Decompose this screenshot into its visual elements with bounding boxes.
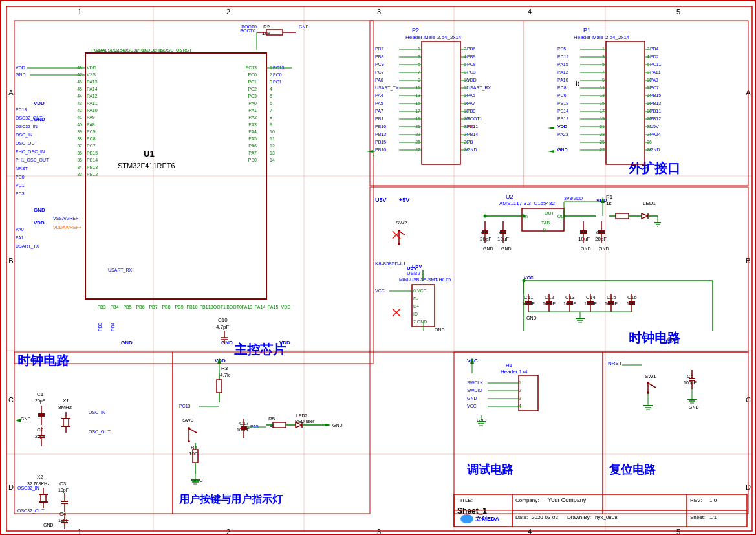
svg-text:100: 100 [189,451,198,457]
svg-text:10: 10 [270,129,275,134]
svg-point-521 [188,440,190,442]
svg-text:GND: GND [34,207,45,213]
svg-text:6 VCC: 6 VCC [413,289,427,293]
svg-text:GND: GND [557,147,568,152]
svg-text:OSC32_OUT: OSC32_OUT [16,116,43,121]
svg-text:BOOT1: BOOT1 [467,116,482,121]
svg-text:GND: GND [501,246,512,251]
svg-text:用户按键与用户指示灯: 用户按键与用户指示灯 [178,493,283,505]
svg-text:P2: P2 [412,27,419,34]
svg-text:PC11: PC11 [650,62,662,67]
svg-text:PB12: PB12 [87,172,98,177]
svg-text:2: 2 [519,388,521,393]
svg-text:40: 40 [77,122,82,127]
svg-rect-253 [606,41,645,164]
svg-text:BOOT0: BOOT0 [240,28,255,33]
svg-text:PB13: PB13 [375,132,386,136]
svg-text:GND: GND [599,246,609,251]
svg-text:H1: H1 [506,362,513,368]
svg-text:PC8: PC8 [87,136,96,141]
svg-text:PC9: PC9 [87,129,96,134]
svg-line-522 [189,428,197,433]
svg-text:OSC32_IN: OSC32_IN [16,124,38,129]
svg-text:33: 33 [77,172,82,177]
svg-rect-506 [173,352,370,514]
svg-text:It: It [576,80,579,87]
svg-text:GND: GND [689,405,699,409]
svg-text:PB6: PB6 [467,47,475,51]
svg-text:PB12: PB12 [557,116,568,121]
svg-text:VDD: VDD [34,100,45,106]
svg-text:PA9: PA9 [87,115,95,120]
svg-text:PC0: PC0 [16,175,25,179]
svg-text:GND: GND [526,316,537,320]
svg-text:调试电路: 调试电路 [467,463,514,476]
svg-text:PB15: PB15 [375,140,386,144]
svg-text:GND: GND [581,246,591,251]
svg-text:38: 38 [77,136,82,141]
svg-text:100nF: 100nF [684,380,697,385]
svg-text:MINI-USB-5P-SMT-H6.65: MINI-USB-5P-SMT-H6.65 [399,278,451,282]
svg-text:PA14: PA14 [255,305,266,309]
svg-point-628 [523,215,526,218]
svg-text:PA0: PA0 [16,227,24,232]
svg-text:7: 7 [270,108,272,113]
svg-text:PC0: PC0 [273,72,282,77]
svg-text:OSC_OUT: OSC_OUT [89,430,111,435]
svg-text:PB0: PB0 [467,109,475,113]
svg-text:PB15: PB15 [87,151,98,155]
svg-text:Sheet_1: Sheet_1 [457,507,487,516]
svg-text:3: 3 [519,396,521,400]
svg-text:PB10: PB10 [375,124,386,129]
svg-text:PC2: PC2 [248,87,257,91]
svg-rect-560 [519,375,538,411]
svg-text:3: 3 [270,80,272,84]
svg-text:VDD: VDD [87,65,96,70]
svg-text:OSC_IN: OSC_IN [16,133,32,138]
svg-point-373 [398,243,400,245]
svg-text:GND: GND [467,396,477,400]
svg-text:PB5: PB5 [123,305,131,309]
svg-text:VDD: VDD [279,340,290,345]
svg-text:PC7: PC7 [650,85,659,90]
svg-point-629 [484,215,487,218]
svg-rect-553 [454,352,603,514]
svg-text:C: C [8,396,14,404]
svg-text:PC1: PC1 [248,80,257,84]
svg-text:OSC_OUT: OSC_OUT [16,141,38,146]
svg-text:PB7: PB7 [149,305,157,309]
svg-text:PA8: PA8 [87,122,95,127]
svg-text:44: 44 [77,94,82,98]
svg-text:VCC: VCC [467,404,477,408]
svg-text:PA4: PA4 [248,129,257,134]
svg-text:BOOT0: BOOT0 [226,305,242,309]
svg-text:USART_RX: USART_RX [467,85,491,91]
svg-text:B: B [8,257,13,265]
svg-text:PA7: PA7 [248,151,257,155]
svg-text:C1: C1 [37,391,44,397]
svg-text:PC7: PC7 [375,70,384,74]
svg-text:PC0: PC0 [248,72,257,77]
svg-text:8: 8 [270,115,272,120]
svg-text:A: A [8,89,14,96]
svg-text:PC13: PC13 [16,107,27,112]
svg-text:41: 41 [77,115,82,120]
svg-text:PC9: PC9 [375,62,384,67]
svg-text:PB8: PB8 [375,54,383,59]
svg-text:PB3: PB3 [97,305,105,309]
svg-text:D+: D+ [413,304,419,309]
svg-text:Header 1x4: Header 1x4 [501,369,528,375]
svg-text:主控芯片: 主控芯片 [234,342,286,356]
svg-marker-339 [548,150,554,153]
svg-text:PB14: PB14 [87,158,98,162]
svg-text:PA6: PA6 [467,93,475,98]
svg-text:VDD: VDD [281,305,291,309]
svg-text:K8-8585D-L1: K8-8585D-L1 [375,261,406,267]
schematic-container: 1 2 3 4 5 1 2 3 4 5 A B C D A B C D U1 S… [0,0,756,535]
svg-text:GND: GND [650,147,660,152]
svg-text:PA13: PA13 [242,305,253,309]
svg-text:PB13: PB13 [87,165,98,169]
svg-text:PA11: PA11 [650,70,661,74]
svg-rect-514 [217,380,222,393]
svg-text:VSSA/VREF-: VSSA/VREF- [53,216,80,221]
